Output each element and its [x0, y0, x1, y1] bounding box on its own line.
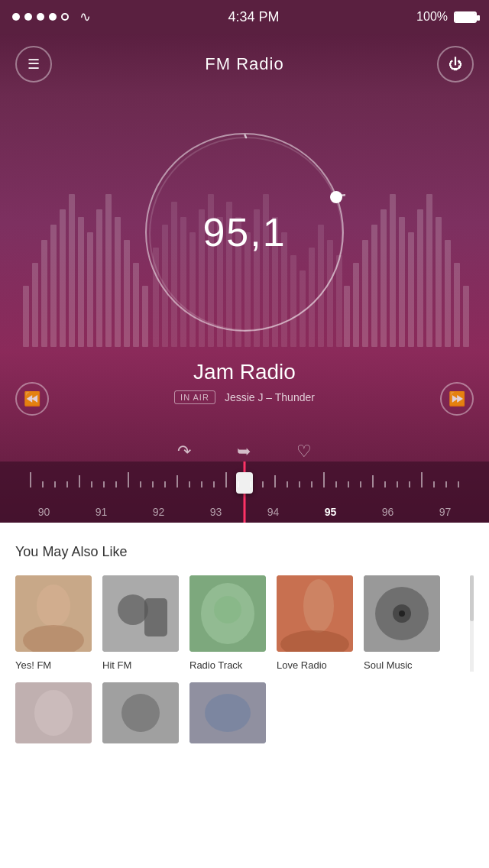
svg-rect-25	[445, 240, 451, 347]
menu-button[interactable]: ☰	[15, 46, 52, 83]
in-air-badge: IN AIR	[174, 390, 215, 404]
status-time: 4:34 PM	[228, 9, 280, 25]
rec-name-soul-music: Soul Music	[364, 659, 413, 671]
svg-point-106	[121, 694, 160, 732]
dot1	[12, 13, 20, 21]
freq-92: 92	[153, 506, 165, 518]
svg-point-91	[118, 594, 148, 625]
freq-96: 96	[382, 506, 394, 518]
status-bar: ∿ 4:34 PM 100%	[0, 0, 489, 34]
svg-rect-7	[87, 232, 93, 347]
svg-rect-16	[362, 240, 368, 347]
frequency-display: 95,1	[202, 209, 286, 255]
svg-rect-6	[78, 217, 84, 347]
svg-rect-18	[381, 209, 387, 347]
svg-point-102	[399, 611, 405, 617]
svg-rect-92	[144, 598, 167, 636]
svg-point-88	[37, 585, 70, 627]
svg-point-104	[34, 690, 73, 736]
battery-area: 100%	[416, 10, 477, 24]
svg-rect-4	[60, 209, 66, 347]
freq-93: 93	[210, 506, 222, 518]
svg-rect-11	[124, 240, 130, 347]
wifi-icon: ∿	[79, 8, 91, 25]
repeat-button[interactable]: ↷	[177, 442, 191, 462]
rec-row-2	[15, 682, 474, 743]
rec-thumb-row2-2	[102, 682, 179, 743]
rec-thumb-love-radio	[277, 575, 353, 652]
dot2	[24, 13, 32, 21]
signal-dots: ∿	[12, 8, 91, 25]
frequency-slider-area[interactable]: 90 91 92 93 94 95 96 97	[0, 462, 489, 523]
rec-item-row2-3[interactable]	[189, 682, 266, 743]
frequency-scale: 90 91 92 93 94 95 96 97	[0, 506, 489, 518]
svg-rect-9	[105, 194, 112, 347]
share-button[interactable]: ➥	[237, 442, 251, 462]
freq-95: 95	[325, 506, 337, 518]
svg-rect-17	[371, 225, 377, 347]
tuner-circle[interactable]: 95,1	[145, 133, 344, 332]
svg-rect-3	[50, 225, 57, 347]
action-buttons: ↷ ➥ ♡	[0, 442, 489, 462]
battery-fill	[455, 13, 475, 21]
tuner-circle-container[interactable]: 95,1	[145, 133, 344, 332]
svg-point-97	[303, 579, 334, 633]
svg-rect-19	[390, 194, 396, 347]
svg-rect-23	[426, 194, 432, 347]
next-icon: ⏩	[449, 390, 465, 407]
power-icon: ⏻	[449, 57, 462, 73]
prev-button[interactable]: ⏪	[15, 382, 49, 416]
rec-row-1: Yes! FM Hit FM Radio Track	[15, 575, 474, 672]
station-name: Jam Radio	[0, 360, 489, 384]
battery-icon	[454, 11, 477, 23]
love-radio-image	[277, 575, 353, 652]
song-name: Jessie J – Thunder	[225, 391, 315, 403]
svg-rect-12	[133, 263, 139, 347]
rec-title: You May Also Like	[15, 544, 474, 560]
rec-item-hit-fm[interactable]: Hit FM	[102, 575, 179, 672]
hit-fm-image	[102, 575, 179, 652]
freq-90: 90	[38, 506, 50, 518]
scrollbar-track	[470, 575, 474, 672]
power-button[interactable]: ⏻	[437, 46, 474, 83]
rec-item-yes-fm[interactable]: Yes! FM	[15, 575, 92, 672]
tick-marks-svg	[0, 465, 489, 499]
svg-rect-21	[408, 232, 414, 347]
battery-percent: 100%	[416, 10, 448, 24]
rec-thumb-hit-fm	[102, 575, 179, 652]
svg-rect-26	[454, 263, 460, 347]
yes-fm-image	[15, 575, 92, 652]
svg-rect-20	[399, 217, 405, 347]
svg-rect-24	[436, 217, 442, 347]
dot3	[37, 13, 44, 21]
rec-name-yes-fm: Yes! FM	[15, 659, 51, 671]
svg-rect-15	[353, 263, 359, 347]
player-area: 95,1 Jam Radio IN AIR Jessie J – Thunder…	[0, 95, 489, 523]
rec-item-row2-1[interactable]	[15, 682, 92, 743]
app-title: FM Radio	[205, 54, 283, 74]
dot4	[49, 13, 57, 21]
like-button[interactable]: ♡	[296, 442, 312, 462]
svg-rect-27	[463, 286, 469, 347]
svg-point-108	[205, 694, 251, 732]
next-button[interactable]: ⏩	[440, 382, 474, 416]
svg-point-50	[330, 191, 342, 203]
rec-name-love-radio: Love Radio	[277, 659, 327, 671]
freq-97: 97	[439, 506, 452, 518]
station-meta: IN AIR Jessie J – Thunder	[0, 390, 489, 404]
svg-rect-0	[23, 286, 29, 347]
svg-rect-10	[115, 217, 121, 347]
freq-94: 94	[267, 506, 280, 518]
rec-item-radio-track[interactable]: Radio Track	[189, 575, 266, 672]
svg-rect-22	[417, 209, 423, 347]
svg-rect-2	[41, 240, 47, 347]
rec-item-soul-music[interactable]: Soul Music	[364, 575, 440, 672]
rec-thumb-yes-fm	[15, 575, 92, 652]
rec-thumb-soul-music	[364, 575, 440, 652]
rec-thumb-row2-1	[15, 682, 92, 743]
freq-91: 91	[96, 506, 108, 518]
soul-music-image	[364, 575, 440, 652]
rec-item-love-radio[interactable]: Love Radio	[277, 575, 353, 672]
rec-name-radio-track: Radio Track	[189, 659, 242, 671]
rec-item-row2-2[interactable]	[102, 682, 179, 743]
